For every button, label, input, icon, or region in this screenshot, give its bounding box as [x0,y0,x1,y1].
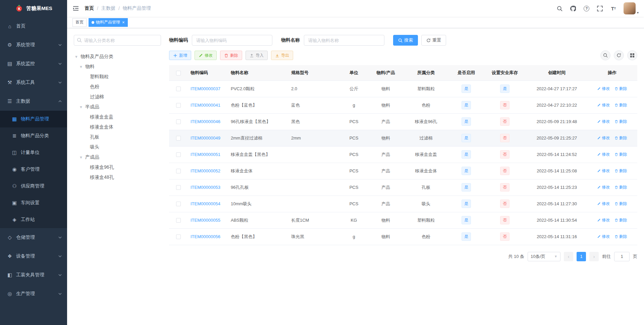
sidebar-item-master-data[interactable]: ☰ 主数据 [0,92,67,111]
tree-node-pipette-box-body[interactable]: ▼移液盒盒体 [74,122,161,132]
edit-link[interactable]: 修改 [597,217,610,223]
sidebar-item-workstation[interactable]: ◈ 工作站 [0,211,67,228]
help-icon[interactable]: ? [583,5,590,12]
material-code-input[interactable] [192,35,272,46]
tree-node-root[interactable]: ▼物料及产品分类 [74,52,161,62]
reset-button[interactable]: 重置 [421,35,446,46]
caret-down-icon[interactable]: ▼ [79,65,85,69]
tree-node-pigment[interactable]: ▼色粉 [74,82,161,92]
tree-node-material[interactable]: ▼物料 [74,62,161,72]
columns-button[interactable] [627,50,637,60]
sidebar-item-home[interactable]: ⌂ 首页 [0,17,67,36]
tree-node-well-plate[interactable]: ▼孔板 [74,132,161,142]
delete-link[interactable]: 删除 [614,152,627,157]
sidebar-item-system-admin[interactable]: ⚙ 系统管理 [0,36,67,54]
delete-link[interactable]: 删除 [614,234,627,239]
hamburger-icon[interactable] [72,5,79,12]
row-checkbox[interactable] [176,185,181,190]
add-button[interactable]: 新增 [169,51,191,60]
sidebar-item-equipment-mgmt[interactable]: ❖ 设备管理 [0,247,67,266]
sidebar-item-workshop-settings[interactable]: ▣ 车间设置 [0,195,67,211]
delete-button[interactable]: 删除 [220,51,242,60]
edit-link[interactable]: 修改 [597,135,610,141]
tree-node-pipette-box-48[interactable]: ▼移液盒48孔 [74,172,161,182]
row-checkbox[interactable] [176,152,181,157]
import-button[interactable]: 导入 [246,51,268,60]
search-button[interactable]: 搜索 [393,35,418,46]
item-code-link[interactable]: ITEM00000049 [191,136,220,141]
delete-link[interactable]: 删除 [614,201,627,207]
row-checkbox[interactable] [176,169,181,173]
page-number-1[interactable]: 1 [577,252,586,261]
row-checkbox[interactable] [176,202,181,206]
row-checkbox[interactable] [176,218,181,223]
delete-link[interactable]: 删除 [614,102,627,108]
delete-link[interactable]: 删除 [614,86,627,92]
edit-button[interactable]: 修改 [195,51,217,60]
row-checkbox[interactable] [176,119,181,124]
row-checkbox[interactable] [176,234,181,239]
refresh-button[interactable] [614,50,624,60]
caret-down-icon[interactable]: ▼ [74,55,80,59]
close-icon[interactable]: × [122,20,125,24]
prev-page-button[interactable]: ‹ [564,252,573,261]
tree-node-filter-cotton[interactable]: ▼过滤棉 [74,92,161,102]
material-name-input[interactable] [304,35,384,46]
caret-down-icon[interactable]: ▼ [79,155,85,159]
sidebar-item-material-product-mgmt[interactable]: ▦ 物料产品管理 [0,111,67,127]
breadcrumb-home[interactable]: 首页 [85,5,94,11]
tree-node-finished[interactable]: ▼产成品 [74,152,161,162]
goto-page-input[interactable] [614,252,630,261]
row-checkbox[interactable] [176,136,181,141]
edit-link[interactable]: 修改 [597,102,610,108]
tree-node-pipette-box-96[interactable]: ▼移液盒96孔 [74,162,161,172]
user-menu[interactable]: ▾ [624,2,639,14]
tree-node-semi-finished[interactable]: ▼半成品 [74,102,161,112]
font-size-icon[interactable]: TT [610,5,617,12]
next-page-button[interactable]: › [589,252,599,261]
item-code-link[interactable]: ITEM00000052 [191,168,220,173]
sidebar-item-customer-mgmt[interactable]: ◉ 客户管理 [0,161,67,178]
edit-link[interactable]: 修改 [597,168,610,174]
delete-link[interactable]: 删除 [614,217,627,223]
tree-node-pipette-box-lid[interactable]: ▼移液盒盒盖 [74,112,161,122]
category-search-input[interactable] [74,35,161,46]
item-code-link[interactable]: ITEM00000046 [191,119,220,124]
sidebar-item-supplier-mgmt[interactable]: ⚇ 供应商管理 [0,178,67,195]
delete-link[interactable]: 删除 [614,184,627,190]
delete-link[interactable]: 删除 [614,119,627,124]
caret-down-icon[interactable]: ▼ [79,105,85,109]
sidebar-item-warehouse-mgmt[interactable]: ◇ 仓储管理 [0,228,67,247]
search-icon[interactable] [556,5,563,12]
edit-link[interactable]: 修改 [597,86,610,92]
toggle-search-button[interactable] [600,50,610,60]
page-size-select[interactable]: 10条/页 ▼ [528,252,560,261]
tab-home[interactable]: 首页 [72,18,87,27]
sidebar-item-production-mgmt[interactable]: ◎ 生产管理 [0,284,67,303]
edit-link[interactable]: 修改 [597,152,610,157]
select-all-checkbox[interactable] [176,71,181,75]
item-code-link[interactable]: ITEM00000053 [191,185,220,190]
sidebar-item-system-monitor[interactable]: ▤ 系统监控 [0,54,67,73]
tree-node-tip[interactable]: ▼吸头 [74,142,161,152]
sidebar-item-system-tools[interactable]: ⚒ 系统工具 [0,73,67,92]
item-code-link[interactable]: ITEM00000051 [191,152,220,157]
export-button[interactable]: 导出 [271,51,293,60]
delete-link[interactable]: 删除 [614,135,627,141]
edit-link[interactable]: 修改 [597,119,610,124]
item-code-link[interactable]: ITEM00000056 [191,234,220,239]
item-code-link[interactable]: ITEM00000055 [191,218,220,223]
tree-node-plastic-pellets[interactable]: ▼塑料颗粒 [74,72,161,82]
sidebar-item-material-product-category[interactable]: ≣ 物料产品分类 [0,127,67,144]
edit-link[interactable]: 修改 [597,184,610,190]
edit-link[interactable]: 修改 [597,234,610,239]
tab-material-product-mgmt[interactable]: 物料产品管理 × [89,18,128,27]
row-checkbox[interactable] [176,87,181,91]
row-checkbox[interactable] [176,103,181,108]
item-code-link[interactable]: ITEM00000037 [191,86,220,91]
item-code-link[interactable]: ITEM00000041 [191,103,220,108]
fullscreen-icon[interactable] [597,5,603,12]
edit-link[interactable]: 修改 [597,201,610,207]
sidebar-item-measure-unit[interactable]: ◫ 计量单位 [0,144,67,161]
delete-link[interactable]: 删除 [614,168,627,174]
